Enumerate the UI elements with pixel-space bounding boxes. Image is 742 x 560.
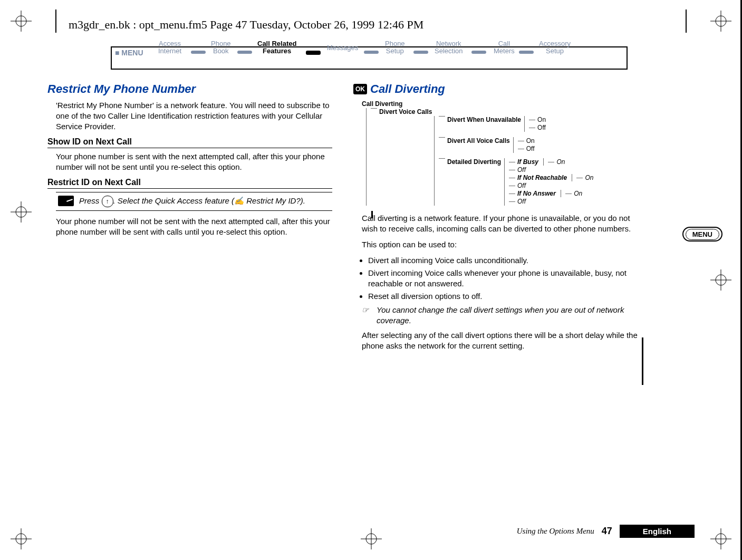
crop-mark-icon (361, 528, 382, 549)
diverting-body2: This option can be used to: (362, 239, 638, 250)
bullet-item: Reset all diversion options to off. (368, 291, 638, 302)
crop-mark-icon (11, 528, 32, 549)
menu-item-messages[interactable]: Messages (327, 44, 358, 52)
diverting-body1: Call diverting is a network feature. If … (362, 213, 638, 234)
restrict-intro: 'Restrict My Phone Number' is a network … (56, 100, 332, 132)
right-column: OK Call Diverting Call Diverting Divert … (353, 79, 638, 356)
menu-item-access-internet[interactable]: AccessInternet (158, 40, 181, 55)
restrict-id-body: Your phone number will not be sent with … (56, 216, 332, 237)
pointing-hand-icon: ☞ (362, 305, 374, 326)
section-title-restrict: Restrict My Phone Number (47, 82, 332, 96)
running-header: m3gdr_en.bk : opt_menu.fm5 Page 47 Tuesd… (69, 18, 423, 32)
bullet-item: Divert all incoming Voice calls uncondit… (368, 255, 638, 266)
side-menu-button[interactable]: MENU (682, 227, 722, 242)
crop-mark-icon (11, 201, 32, 223)
menu-item-call-meters[interactable]: CallMeters (494, 40, 515, 55)
footer-language: English (620, 525, 695, 538)
menu-item-network-selection[interactable]: NetworkSelection (435, 40, 462, 55)
crop-vertical-icon (686, 9, 687, 33)
subhead-restrict-id: Restrict ID on Next Call (47, 178, 332, 189)
crop-mark-icon (11, 11, 32, 32)
top-menu-bar: ■ MENU AccessInternet PhoneBook Call Rel… (111, 37, 628, 74)
show-id-body: Your phone number is sent with the next … (56, 151, 332, 172)
crop-mark-icon (710, 528, 731, 549)
footer-page-number: 47 (602, 526, 612, 537)
menu-item-phone-setup[interactable]: PhoneSetup (385, 40, 405, 55)
column-tick-icon (371, 211, 373, 218)
menu-item-phone-book[interactable]: PhoneBook (211, 40, 231, 55)
crop-vertical-icon (55, 9, 56, 33)
diverting-body3: After selecting any of the call divert o… (362, 330, 638, 351)
bullet-item: Divert incoming Voice calls whenever you… (368, 268, 638, 289)
ok-icon: OK (353, 84, 367, 94)
page-footer: Using the Options Menu 47 English (517, 525, 695, 538)
section-title-diverting: OK Call Diverting (353, 82, 638, 96)
crop-mark-icon (710, 269, 731, 291)
menu-label: ■ MENU (115, 49, 143, 57)
pen-icon: ✍ (234, 196, 244, 205)
subhead-show-id: Show ID on Next Call (47, 137, 332, 148)
diverting-tree: Call Diverting Divert Voice Calls Divert… (362, 100, 638, 206)
footer-section: Using the Options Menu (517, 527, 594, 536)
change-bar-icon (642, 337, 643, 385)
quick-access-icon (58, 196, 74, 206)
note-line: ☞ You cannot change the call divert sett… (362, 305, 638, 326)
quick-access-box: Press ↑. Select the Quick Access feature… (56, 192, 332, 211)
up-key-icon: ↑ (102, 196, 113, 207)
menu-item-accessory-setup[interactable]: AccessorySetup (539, 40, 571, 55)
left-column: Restrict My Phone Number 'Restrict My Ph… (47, 79, 332, 356)
diverting-bullets: Divert all incoming Voice calls uncondit… (368, 255, 638, 302)
quick-access-text: Press ↑. Select the Quick Access feature… (79, 196, 305, 207)
crop-mark-icon (710, 11, 731, 32)
menu-item-call-related-features[interactable]: Call RelatedFeatures (257, 40, 296, 55)
